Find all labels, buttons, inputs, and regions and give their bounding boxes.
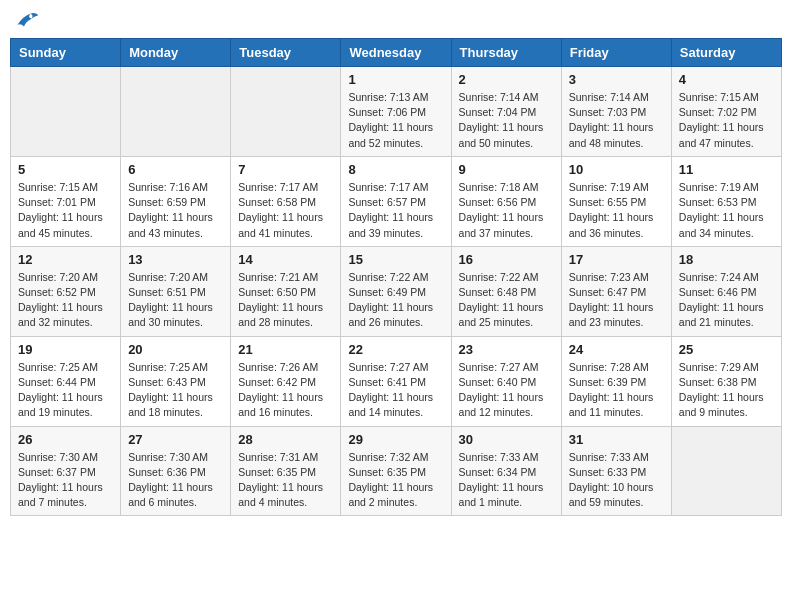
day-number: 24 xyxy=(569,342,664,357)
day-info: Sunrise: 7:33 AM Sunset: 6:34 PM Dayligh… xyxy=(459,450,554,511)
day-number: 15 xyxy=(348,252,443,267)
day-number: 17 xyxy=(569,252,664,267)
calendar-day-cell: 22Sunrise: 7:27 AM Sunset: 6:41 PM Dayli… xyxy=(341,336,451,426)
day-info: Sunrise: 7:17 AM Sunset: 6:58 PM Dayligh… xyxy=(238,180,333,241)
day-number: 29 xyxy=(348,432,443,447)
day-info: Sunrise: 7:32 AM Sunset: 6:35 PM Dayligh… xyxy=(348,450,443,511)
calendar-header-row: SundayMondayTuesdayWednesdayThursdayFrid… xyxy=(11,39,782,67)
day-number: 7 xyxy=(238,162,333,177)
calendar-day-cell xyxy=(671,426,781,516)
weekday-header: Saturday xyxy=(671,39,781,67)
day-info: Sunrise: 7:22 AM Sunset: 6:48 PM Dayligh… xyxy=(459,270,554,331)
calendar-day-cell: 27Sunrise: 7:30 AM Sunset: 6:36 PM Dayli… xyxy=(121,426,231,516)
day-number: 26 xyxy=(18,432,113,447)
calendar-day-cell: 10Sunrise: 7:19 AM Sunset: 6:55 PM Dayli… xyxy=(561,156,671,246)
weekday-header: Thursday xyxy=(451,39,561,67)
day-number: 10 xyxy=(569,162,664,177)
day-info: Sunrise: 7:30 AM Sunset: 6:37 PM Dayligh… xyxy=(18,450,113,511)
day-info: Sunrise: 7:21 AM Sunset: 6:50 PM Dayligh… xyxy=(238,270,333,331)
day-number: 16 xyxy=(459,252,554,267)
day-number: 14 xyxy=(238,252,333,267)
day-info: Sunrise: 7:30 AM Sunset: 6:36 PM Dayligh… xyxy=(128,450,223,511)
calendar-day-cell: 8Sunrise: 7:17 AM Sunset: 6:57 PM Daylig… xyxy=(341,156,451,246)
day-info: Sunrise: 7:27 AM Sunset: 6:41 PM Dayligh… xyxy=(348,360,443,421)
calendar-day-cell xyxy=(121,67,231,157)
weekday-header: Tuesday xyxy=(231,39,341,67)
day-number: 6 xyxy=(128,162,223,177)
calendar-week-row: 1Sunrise: 7:13 AM Sunset: 7:06 PM Daylig… xyxy=(11,67,782,157)
day-info: Sunrise: 7:16 AM Sunset: 6:59 PM Dayligh… xyxy=(128,180,223,241)
day-number: 8 xyxy=(348,162,443,177)
day-number: 1 xyxy=(348,72,443,87)
calendar-day-cell: 16Sunrise: 7:22 AM Sunset: 6:48 PM Dayli… xyxy=(451,246,561,336)
day-info: Sunrise: 7:26 AM Sunset: 6:42 PM Dayligh… xyxy=(238,360,333,421)
calendar-day-cell: 14Sunrise: 7:21 AM Sunset: 6:50 PM Dayli… xyxy=(231,246,341,336)
day-number: 5 xyxy=(18,162,113,177)
day-info: Sunrise: 7:17 AM Sunset: 6:57 PM Dayligh… xyxy=(348,180,443,241)
day-info: Sunrise: 7:28 AM Sunset: 6:39 PM Dayligh… xyxy=(569,360,664,421)
day-number: 11 xyxy=(679,162,774,177)
day-info: Sunrise: 7:31 AM Sunset: 6:35 PM Dayligh… xyxy=(238,450,333,511)
day-info: Sunrise: 7:19 AM Sunset: 6:55 PM Dayligh… xyxy=(569,180,664,241)
calendar-day-cell: 30Sunrise: 7:33 AM Sunset: 6:34 PM Dayli… xyxy=(451,426,561,516)
day-info: Sunrise: 7:15 AM Sunset: 7:01 PM Dayligh… xyxy=(18,180,113,241)
day-number: 27 xyxy=(128,432,223,447)
day-info: Sunrise: 7:25 AM Sunset: 6:44 PM Dayligh… xyxy=(18,360,113,421)
calendar-day-cell: 6Sunrise: 7:16 AM Sunset: 6:59 PM Daylig… xyxy=(121,156,231,246)
weekday-header: Friday xyxy=(561,39,671,67)
day-info: Sunrise: 7:15 AM Sunset: 7:02 PM Dayligh… xyxy=(679,90,774,151)
calendar-day-cell: 18Sunrise: 7:24 AM Sunset: 6:46 PM Dayli… xyxy=(671,246,781,336)
calendar-day-cell: 4Sunrise: 7:15 AM Sunset: 7:02 PM Daylig… xyxy=(671,67,781,157)
calendar-day-cell: 19Sunrise: 7:25 AM Sunset: 6:44 PM Dayli… xyxy=(11,336,121,426)
day-number: 21 xyxy=(238,342,333,357)
calendar-day-cell: 28Sunrise: 7:31 AM Sunset: 6:35 PM Dayli… xyxy=(231,426,341,516)
calendar-day-cell xyxy=(231,67,341,157)
calendar-day-cell: 17Sunrise: 7:23 AM Sunset: 6:47 PM Dayli… xyxy=(561,246,671,336)
day-number: 3 xyxy=(569,72,664,87)
weekday-header: Sunday xyxy=(11,39,121,67)
day-info: Sunrise: 7:20 AM Sunset: 6:51 PM Dayligh… xyxy=(128,270,223,331)
calendar-day-cell: 1Sunrise: 7:13 AM Sunset: 7:06 PM Daylig… xyxy=(341,67,451,157)
day-number: 9 xyxy=(459,162,554,177)
day-number: 2 xyxy=(459,72,554,87)
day-info: Sunrise: 7:14 AM Sunset: 7:04 PM Dayligh… xyxy=(459,90,554,151)
calendar-day-cell: 12Sunrise: 7:20 AM Sunset: 6:52 PM Dayli… xyxy=(11,246,121,336)
calendar-day-cell: 20Sunrise: 7:25 AM Sunset: 6:43 PM Dayli… xyxy=(121,336,231,426)
day-number: 28 xyxy=(238,432,333,447)
calendar-table: SundayMondayTuesdayWednesdayThursdayFrid… xyxy=(10,38,782,516)
calendar-week-row: 5Sunrise: 7:15 AM Sunset: 7:01 PM Daylig… xyxy=(11,156,782,246)
day-info: Sunrise: 7:13 AM Sunset: 7:06 PM Dayligh… xyxy=(348,90,443,151)
day-info: Sunrise: 7:27 AM Sunset: 6:40 PM Dayligh… xyxy=(459,360,554,421)
calendar-day-cell: 25Sunrise: 7:29 AM Sunset: 6:38 PM Dayli… xyxy=(671,336,781,426)
day-number: 4 xyxy=(679,72,774,87)
day-info: Sunrise: 7:19 AM Sunset: 6:53 PM Dayligh… xyxy=(679,180,774,241)
day-number: 12 xyxy=(18,252,113,267)
calendar-day-cell: 31Sunrise: 7:33 AM Sunset: 6:33 PM Dayli… xyxy=(561,426,671,516)
day-info: Sunrise: 7:29 AM Sunset: 6:38 PM Dayligh… xyxy=(679,360,774,421)
day-number: 18 xyxy=(679,252,774,267)
day-info: Sunrise: 7:24 AM Sunset: 6:46 PM Dayligh… xyxy=(679,270,774,331)
day-info: Sunrise: 7:22 AM Sunset: 6:49 PM Dayligh… xyxy=(348,270,443,331)
calendar-day-cell: 13Sunrise: 7:20 AM Sunset: 6:51 PM Dayli… xyxy=(121,246,231,336)
calendar-week-row: 19Sunrise: 7:25 AM Sunset: 6:44 PM Dayli… xyxy=(11,336,782,426)
calendar-day-cell: 3Sunrise: 7:14 AM Sunset: 7:03 PM Daylig… xyxy=(561,67,671,157)
calendar-day-cell: 29Sunrise: 7:32 AM Sunset: 6:35 PM Dayli… xyxy=(341,426,451,516)
calendar-day-cell: 26Sunrise: 7:30 AM Sunset: 6:37 PM Dayli… xyxy=(11,426,121,516)
calendar-week-row: 26Sunrise: 7:30 AM Sunset: 6:37 PM Dayli… xyxy=(11,426,782,516)
day-info: Sunrise: 7:23 AM Sunset: 6:47 PM Dayligh… xyxy=(569,270,664,331)
calendar-day-cell: 9Sunrise: 7:18 AM Sunset: 6:56 PM Daylig… xyxy=(451,156,561,246)
calendar-day-cell: 21Sunrise: 7:26 AM Sunset: 6:42 PM Dayli… xyxy=(231,336,341,426)
calendar-day-cell: 23Sunrise: 7:27 AM Sunset: 6:40 PM Dayli… xyxy=(451,336,561,426)
day-number: 22 xyxy=(348,342,443,357)
calendar-day-cell xyxy=(11,67,121,157)
day-number: 31 xyxy=(569,432,664,447)
weekday-header: Monday xyxy=(121,39,231,67)
day-info: Sunrise: 7:20 AM Sunset: 6:52 PM Dayligh… xyxy=(18,270,113,331)
calendar-day-cell: 24Sunrise: 7:28 AM Sunset: 6:39 PM Dayli… xyxy=(561,336,671,426)
calendar-day-cell: 2Sunrise: 7:14 AM Sunset: 7:04 PM Daylig… xyxy=(451,67,561,157)
day-number: 30 xyxy=(459,432,554,447)
day-info: Sunrise: 7:14 AM Sunset: 7:03 PM Dayligh… xyxy=(569,90,664,151)
day-number: 20 xyxy=(128,342,223,357)
day-number: 13 xyxy=(128,252,223,267)
logo-bird-icon xyxy=(16,10,40,30)
